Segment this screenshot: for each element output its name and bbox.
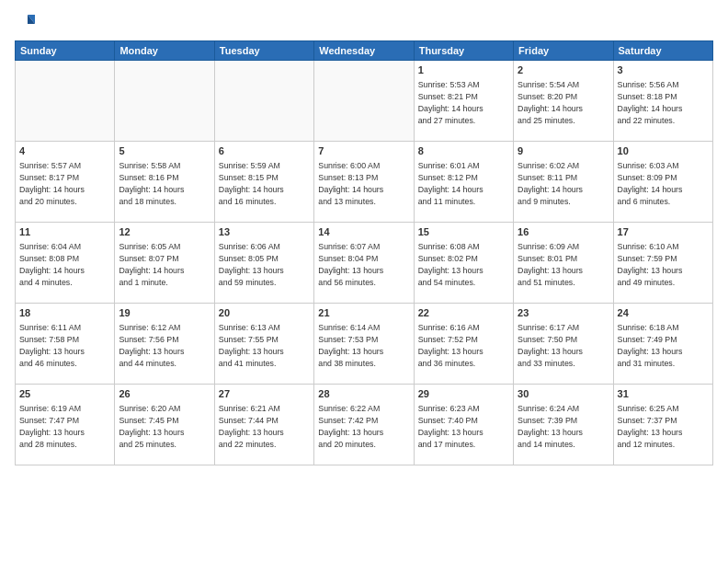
day-number: 12: [119, 225, 210, 239]
day-number: 2: [518, 63, 609, 77]
calendar-cell: 1Sunrise: 5:53 AMSunset: 8:21 PMDaylight…: [414, 61, 513, 142]
day-info: Sunrise: 5:54 AMSunset: 8:20 PMDaylight:…: [518, 79, 609, 126]
calendar-cell: 17Sunrise: 6:10 AMSunset: 7:59 PMDayligh…: [613, 223, 712, 304]
day-number: 17: [618, 225, 709, 239]
day-info: Sunrise: 6:04 AMSunset: 8:08 PMDaylight:…: [19, 241, 110, 288]
day-info: Sunrise: 5:57 AMSunset: 8:17 PMDaylight:…: [19, 160, 110, 207]
calendar-cell: [214, 61, 313, 142]
calendar-cell: 23Sunrise: 6:17 AMSunset: 7:50 PMDayligh…: [514, 304, 613, 385]
calendar-cell: 26Sunrise: 6:20 AMSunset: 7:45 PMDayligh…: [115, 385, 214, 465]
header: [15, 11, 713, 33]
day-info: Sunrise: 6:20 AMSunset: 7:45 PMDaylight:…: [119, 403, 210, 450]
calendar-cell: 28Sunrise: 6:22 AMSunset: 7:42 PMDayligh…: [314, 385, 414, 465]
day-number: 11: [19, 225, 110, 239]
day-info: Sunrise: 6:21 AMSunset: 7:44 PMDaylight:…: [219, 403, 310, 450]
day-number: 18: [19, 306, 110, 320]
calendar-cell: 16Sunrise: 6:09 AMSunset: 8:01 PMDayligh…: [514, 223, 613, 304]
calendar-cell: 4Sunrise: 5:57 AMSunset: 8:17 PMDaylight…: [16, 142, 115, 223]
calendar-cell: 5Sunrise: 5:58 AMSunset: 8:16 PMDaylight…: [115, 142, 214, 223]
calendar-cell: 3Sunrise: 5:56 AMSunset: 8:18 PMDaylight…: [613, 61, 712, 142]
day-info: Sunrise: 6:03 AMSunset: 8:09 PMDaylight:…: [618, 160, 709, 207]
day-number: 29: [418, 387, 509, 401]
day-info: Sunrise: 6:07 AMSunset: 8:04 PMDaylight:…: [318, 241, 409, 288]
calendar-cell: 15Sunrise: 6:08 AMSunset: 8:02 PMDayligh…: [414, 223, 513, 304]
day-number: 5: [119, 144, 210, 158]
day-header-monday: Monday: [115, 41, 214, 61]
day-number: 28: [318, 387, 409, 401]
day-info: Sunrise: 6:11 AMSunset: 7:58 PMDaylight:…: [19, 322, 110, 369]
day-info: Sunrise: 6:18 AMSunset: 7:49 PMDaylight:…: [618, 322, 709, 369]
day-number: 7: [318, 144, 409, 158]
day-info: Sunrise: 5:59 AMSunset: 8:15 PMDaylight:…: [219, 160, 310, 207]
calendar-cell: 7Sunrise: 6:00 AMSunset: 8:13 PMDaylight…: [314, 142, 414, 223]
day-number: 26: [119, 387, 210, 401]
week-row-5: 25Sunrise: 6:19 AMSunset: 7:47 PMDayligh…: [16, 385, 713, 465]
day-info: Sunrise: 6:01 AMSunset: 8:12 PMDaylight:…: [418, 160, 509, 207]
week-row-4: 18Sunrise: 6:11 AMSunset: 7:58 PMDayligh…: [16, 304, 713, 385]
calendar-cell: [16, 61, 115, 142]
calendar-cell: 13Sunrise: 6:06 AMSunset: 8:05 PMDayligh…: [214, 223, 313, 304]
day-number: 1: [418, 63, 509, 77]
calendar-cell: 22Sunrise: 6:16 AMSunset: 7:52 PMDayligh…: [414, 304, 513, 385]
day-number: 21: [318, 306, 409, 320]
logo-icon: [15, 11, 37, 33]
day-info: Sunrise: 5:56 AMSunset: 8:18 PMDaylight:…: [618, 79, 709, 126]
calendar-cell: 27Sunrise: 6:21 AMSunset: 7:44 PMDayligh…: [214, 385, 313, 465]
calendar-cell: 10Sunrise: 6:03 AMSunset: 8:09 PMDayligh…: [613, 142, 712, 223]
day-info: Sunrise: 6:19 AMSunset: 7:47 PMDaylight:…: [19, 403, 110, 450]
day-info: Sunrise: 6:00 AMSunset: 8:13 PMDaylight:…: [318, 160, 409, 207]
day-info: Sunrise: 6:12 AMSunset: 7:56 PMDaylight:…: [119, 322, 210, 369]
day-info: Sunrise: 6:25 AMSunset: 7:37 PMDaylight:…: [618, 403, 709, 450]
day-number: 8: [418, 144, 509, 158]
day-number: 9: [518, 144, 609, 158]
day-number: 30: [518, 387, 609, 401]
calendar-cell: 31Sunrise: 6:25 AMSunset: 7:37 PMDayligh…: [613, 385, 712, 465]
calendar-cell: 29Sunrise: 6:23 AMSunset: 7:40 PMDayligh…: [414, 385, 513, 465]
calendar-cell: 2Sunrise: 5:54 AMSunset: 8:20 PMDaylight…: [514, 61, 613, 142]
day-number: 3: [618, 63, 709, 77]
day-info: Sunrise: 6:09 AMSunset: 8:01 PMDaylight:…: [518, 241, 609, 288]
calendar-cell: [314, 61, 414, 142]
week-row-2: 4Sunrise: 5:57 AMSunset: 8:17 PMDaylight…: [16, 142, 713, 223]
day-number: 22: [418, 306, 509, 320]
calendar-cell: 19Sunrise: 6:12 AMSunset: 7:56 PMDayligh…: [115, 304, 214, 385]
day-number: 15: [418, 225, 509, 239]
day-number: 27: [219, 387, 310, 401]
calendar-cell: 25Sunrise: 6:19 AMSunset: 7:47 PMDayligh…: [16, 385, 115, 465]
day-info: Sunrise: 6:14 AMSunset: 7:53 PMDaylight:…: [318, 322, 409, 369]
calendar-cell: 11Sunrise: 6:04 AMSunset: 8:08 PMDayligh…: [16, 223, 115, 304]
calendar: SundayMondayTuesdayWednesdayThursdayFrid…: [15, 40, 713, 465]
day-header-wednesday: Wednesday: [314, 41, 414, 61]
day-header-thursday: Thursday: [414, 41, 513, 61]
calendar-cell: 20Sunrise: 6:13 AMSunset: 7:55 PMDayligh…: [214, 304, 313, 385]
day-number: 16: [518, 225, 609, 239]
day-info: Sunrise: 6:24 AMSunset: 7:39 PMDaylight:…: [518, 403, 609, 450]
calendar-header-row: SundayMondayTuesdayWednesdayThursdayFrid…: [16, 41, 713, 61]
day-info: Sunrise: 5:58 AMSunset: 8:16 PMDaylight:…: [119, 160, 210, 207]
calendar-cell: 9Sunrise: 6:02 AMSunset: 8:11 PMDaylight…: [514, 142, 613, 223]
day-number: 24: [618, 306, 709, 320]
day-number: 20: [219, 306, 310, 320]
day-number: 10: [618, 144, 709, 158]
day-info: Sunrise: 6:16 AMSunset: 7:52 PMDaylight:…: [418, 322, 509, 369]
day-number: 14: [318, 225, 409, 239]
day-info: Sunrise: 6:17 AMSunset: 7:50 PMDaylight:…: [518, 322, 609, 369]
day-header-sunday: Sunday: [16, 41, 115, 61]
day-info: Sunrise: 6:05 AMSunset: 8:07 PMDaylight:…: [119, 241, 210, 288]
day-info: Sunrise: 6:08 AMSunset: 8:02 PMDaylight:…: [418, 241, 509, 288]
day-info: Sunrise: 6:23 AMSunset: 7:40 PMDaylight:…: [418, 403, 509, 450]
day-info: Sunrise: 6:13 AMSunset: 7:55 PMDaylight:…: [219, 322, 310, 369]
day-number: 13: [219, 225, 310, 239]
calendar-cell: 6Sunrise: 5:59 AMSunset: 8:15 PMDaylight…: [214, 142, 313, 223]
day-header-friday: Friday: [514, 41, 613, 61]
day-info: Sunrise: 6:10 AMSunset: 7:59 PMDaylight:…: [618, 241, 709, 288]
calendar-cell: 12Sunrise: 6:05 AMSunset: 8:07 PMDayligh…: [115, 223, 214, 304]
day-info: Sunrise: 6:02 AMSunset: 8:11 PMDaylight:…: [518, 160, 609, 207]
page: SundayMondayTuesdayWednesdayThursdayFrid…: [0, 0, 728, 563]
calendar-cell: 21Sunrise: 6:14 AMSunset: 7:53 PMDayligh…: [314, 304, 414, 385]
calendar-cell: 8Sunrise: 6:01 AMSunset: 8:12 PMDaylight…: [414, 142, 513, 223]
day-number: 6: [219, 144, 310, 158]
calendar-cell: 30Sunrise: 6:24 AMSunset: 7:39 PMDayligh…: [514, 385, 613, 465]
calendar-cell: 24Sunrise: 6:18 AMSunset: 7:49 PMDayligh…: [613, 304, 712, 385]
day-info: Sunrise: 6:06 AMSunset: 8:05 PMDaylight:…: [219, 241, 310, 288]
